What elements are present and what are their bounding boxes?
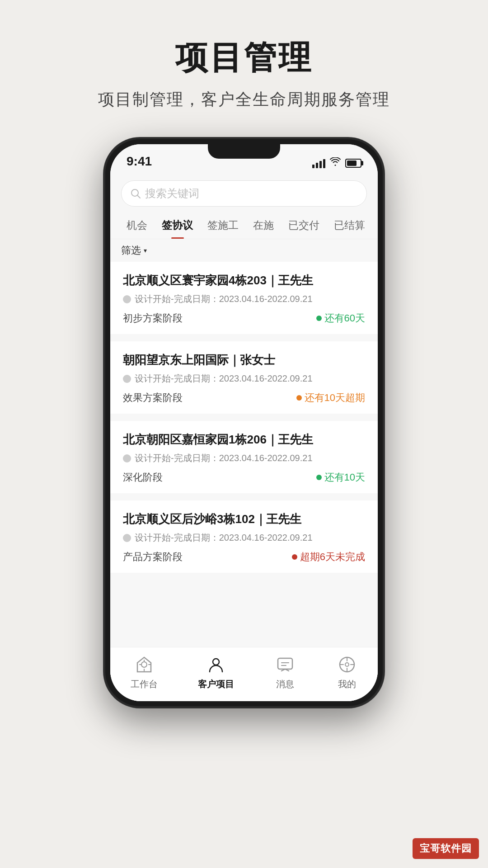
filter-arrow-icon: ▾ [144, 247, 147, 254]
tab-sign-agreement[interactable]: 签协议 [155, 212, 200, 239]
search-bar[interactable]: 搜索关键词 [121, 180, 367, 207]
date-circle-1 [123, 295, 131, 303]
client-project-icon [205, 654, 227, 675]
filter-row[interactable]: 筛选 ▾ [110, 239, 378, 262]
nav-workspace-label: 工作台 [131, 678, 158, 690]
search-icon [131, 189, 141, 198]
status-icons [312, 157, 361, 169]
svg-line-1 [137, 195, 140, 198]
date-circle-3 [123, 454, 131, 462]
project-date-4: 设计开始-完成日期：2023.04.16-2022.09.21 [135, 532, 313, 544]
nav-workspace[interactable]: 工作台 [131, 654, 158, 690]
phone-screen: 9:41 [110, 144, 378, 701]
workspace-icon [133, 654, 155, 675]
project-title-3: 北京朝阳区嘉恒家园1栋206｜王先生 [123, 432, 365, 448]
project-date-3: 设计开始-完成日期：2023.04.16-2022.09.21 [135, 452, 313, 464]
phone-notch [208, 144, 280, 159]
mine-icon [336, 654, 358, 675]
bottom-nav: 工作台 客户项目 [110, 647, 378, 701]
project-date-row-1: 设计开始-完成日期：2023.04.16-2022.09.21 [123, 293, 365, 305]
project-footer-2: 效果方案阶段 还有10天超期 [123, 391, 365, 405]
date-circle-2 [123, 375, 131, 383]
project-date-row-2: 设计开始-完成日期：2023.04.16-2022.09.21 [123, 373, 365, 385]
tab-ongoing[interactable]: 在施 [246, 212, 281, 239]
project-card-4[interactable]: 北京顺义区后沙峪3栋102｜王先生 设计开始-完成日期：2023.04.16-2… [110, 500, 378, 573]
date-circle-4 [123, 534, 131, 542]
project-status-3: 还有10天 [316, 471, 365, 484]
project-stage-4: 产品方案阶段 [123, 550, 183, 564]
nav-messages-label: 消息 [276, 678, 294, 690]
messages-icon [274, 654, 296, 675]
app-content: 搜索关键词 机会 签协议 签施工 在施 [110, 173, 378, 701]
signal-bar-4 [323, 159, 325, 168]
tabs-row: 机会 签协议 签施工 在施 已交付 已结算 [110, 212, 378, 239]
signal-bar-2 [316, 163, 318, 168]
signal-bar-1 [312, 165, 314, 168]
battery-fill [347, 160, 357, 166]
status-dot-3 [316, 475, 322, 480]
project-footer-3: 深化阶段 还有10天 [123, 471, 365, 484]
status-dot-2 [296, 395, 302, 401]
project-date-1: 设计开始-完成日期：2023.04.16-2022.09.21 [135, 293, 313, 305]
svg-point-3 [141, 662, 147, 667]
signal-bar-3 [319, 161, 322, 168]
page-subtitle: 项目制管理，客户全生命周期服务管理 [18, 89, 470, 111]
project-card-2[interactable]: 朝阳望京东上阳国际｜张女士 设计开始-完成日期：2023.04.16-2022.… [110, 341, 378, 414]
project-status-4: 超期6天未完成 [292, 550, 365, 564]
watermark: 宝哥软件园 [413, 838, 479, 859]
tab-sign-construction[interactable]: 签施工 [200, 212, 246, 239]
project-date-row-4: 设计开始-完成日期：2023.04.16-2022.09.21 [123, 532, 365, 544]
tab-delivered[interactable]: 已交付 [281, 212, 327, 239]
project-card-3[interactable]: 北京朝阳区嘉恒家园1栋206｜王先生 设计开始-完成日期：2023.04.16-… [110, 421, 378, 493]
nav-messages[interactable]: 消息 [274, 654, 296, 690]
svg-rect-5 [278, 658, 292, 669]
project-stage-2: 效果方案阶段 [123, 391, 183, 405]
signal-icon [312, 158, 325, 168]
project-card-1[interactable]: 北京顺义区寰宇家园4栋203｜王先生 设计开始-完成日期：2023.04.16-… [110, 262, 378, 334]
nav-client-project[interactable]: 客户项目 [198, 654, 234, 690]
svg-point-4 [213, 659, 219, 665]
project-status-2: 还有10天超期 [296, 391, 365, 405]
project-list: 北京顺义区寰宇家园4栋203｜王先生 设计开始-完成日期：2023.04.16-… [110, 262, 378, 647]
status-time: 9:41 [127, 154, 152, 169]
phone-mockup: 9:41 [104, 138, 384, 708]
project-date-row-3: 设计开始-完成日期：2023.04.16-2022.09.21 [123, 452, 365, 464]
svg-point-9 [345, 663, 349, 666]
page-title-area: 项目管理 项目制管理，客户全生命周期服务管理 [0, 0, 488, 120]
tab-settled[interactable]: 已结算 [327, 212, 372, 239]
wifi-icon [330, 157, 341, 169]
phone-frame: 9:41 [104, 138, 384, 708]
project-title-4: 北京顺义区后沙峪3栋102｜王先生 [123, 511, 365, 527]
tab-opportunity[interactable]: 机会 [119, 212, 155, 239]
nav-mine-label: 我的 [338, 678, 356, 690]
project-date-2: 设计开始-完成日期：2023.04.16-2022.09.21 [135, 373, 313, 385]
project-title-2: 朝阳望京东上阳国际｜张女士 [123, 352, 365, 368]
project-status-1: 还有60天 [316, 311, 365, 325]
battery-icon [345, 159, 361, 168]
nav-mine[interactable]: 我的 [336, 654, 358, 690]
status-dot-4 [292, 554, 297, 560]
project-footer-4: 产品方案阶段 超期6天未完成 [123, 550, 365, 564]
search-placeholder: 搜索关键词 [145, 186, 199, 201]
status-dot-1 [316, 316, 322, 321]
filter-label: 筛选 [121, 244, 141, 257]
project-title-1: 北京顺义区寰宇家园4栋203｜王先生 [123, 273, 365, 288]
page-title: 项目管理 [18, 36, 470, 80]
nav-client-project-label: 客户项目 [198, 678, 234, 690]
project-stage-3: 深化阶段 [123, 471, 163, 484]
project-footer-1: 初步方案阶段 还有60天 [123, 311, 365, 325]
project-stage-1: 初步方案阶段 [123, 311, 183, 325]
